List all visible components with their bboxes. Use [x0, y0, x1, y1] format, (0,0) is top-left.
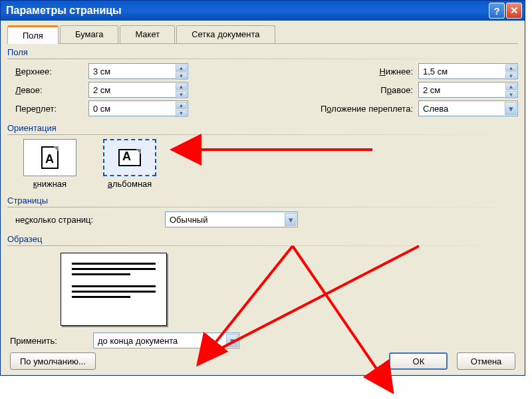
- right-margin-label: Правое:: [292, 85, 418, 95]
- spinner-buttons[interactable]: ▲▼: [176, 65, 187, 78]
- right-margin-input[interactable]: 2 см ▲▼: [418, 82, 518, 98]
- tab-grid[interactable]: Сетка документа: [176, 25, 275, 43]
- multi-pages-select[interactable]: Обычный ▾: [165, 211, 298, 227]
- tab-layout[interactable]: Макет: [120, 25, 175, 43]
- orientation-group: Ориентация A книжная A альбомная: [7, 123, 518, 189]
- defaults-button[interactable]: По умолчанию...: [10, 352, 96, 370]
- landscape-icon: A: [103, 139, 156, 176]
- gutter-label: Переплет:: [15, 104, 88, 114]
- orientation-group-label: Ориентация: [7, 123, 518, 134]
- landscape-label: альбомная: [108, 179, 152, 189]
- divider: [7, 59, 518, 59]
- chevron-down-icon[interactable]: ▾: [226, 334, 238, 347]
- apply-select[interactable]: до конца документа ▾: [93, 332, 239, 348]
- divider: [7, 245, 518, 246]
- multi-pages-value: Обычный: [170, 215, 207, 225]
- top-margin-value: 3 см: [93, 66, 110, 76]
- bottom-margin-label: Нижнее:: [292, 66, 418, 76]
- titlebar: Параметры страницы ? ✕: [1, 1, 525, 21]
- chevron-down-icon[interactable]: ▾: [285, 213, 297, 226]
- spinner-buttons[interactable]: ▲▼: [505, 65, 517, 78]
- gutter-value: 0 см: [93, 104, 110, 114]
- close-button[interactable]: ✕: [506, 3, 522, 19]
- portrait-icon: A: [23, 139, 76, 176]
- apply-label: Применить:: [10, 336, 93, 346]
- left-margin-input[interactable]: 2 см ▲▼: [88, 82, 188, 98]
- gutter-pos-select[interactable]: Слева ▾: [418, 100, 518, 116]
- multi-pages-label: несколько страниц:: [15, 215, 165, 225]
- apply-value: до конца документа: [98, 336, 178, 346]
- margins-group-label: Поля: [7, 47, 518, 59]
- tab-paper[interactable]: Бумага: [60, 25, 118, 43]
- dialog-footer: По умолчанию... ОК Отмена: [7, 352, 518, 370]
- page-setup-dialog: Параметры страницы ? ✕ Поля Бумага Макет…: [0, 0, 525, 376]
- left-margin-value: 2 см: [93, 85, 110, 95]
- gutter-pos-value: Слева: [423, 104, 448, 114]
- help-button[interactable]: ?: [489, 3, 505, 19]
- right-margin-value: 2 см: [423, 85, 440, 95]
- spinner-buttons[interactable]: ▲▼: [176, 83, 187, 96]
- preview-group: Образец: [7, 234, 518, 326]
- spinner-buttons[interactable]: ▲▼: [505, 83, 517, 96]
- divider: [7, 207, 518, 207]
- preview-page-icon: [61, 253, 167, 326]
- gutter-pos-label: Положение переплета:: [292, 104, 418, 114]
- orientation-landscape[interactable]: A альбомная: [103, 139, 156, 189]
- pages-group: Страницы несколько страниц: Обычный ▾: [7, 196, 518, 227]
- chevron-down-icon[interactable]: ▾: [505, 102, 517, 115]
- portrait-label: книжная: [33, 179, 66, 189]
- bottom-margin-input[interactable]: 1,5 см ▲▼: [418, 63, 518, 79]
- orientation-portrait[interactable]: A книжная: [23, 139, 76, 189]
- divider: [7, 134, 518, 135]
- dialog-body: Поля Бумага Макет Сетка документа Поля В…: [1, 21, 525, 375]
- cancel-button[interactable]: Отмена: [457, 352, 515, 370]
- top-margin-input[interactable]: 3 см ▲▼: [88, 63, 188, 79]
- tab-fields[interactable]: Поля: [7, 25, 59, 44]
- ok-button[interactable]: ОК: [389, 352, 448, 370]
- margins-group: Поля Верхнее: 3 см ▲▼ Нижнее: 1,5 см ▲▼: [7, 47, 518, 116]
- top-margin-label: Верхнее:: [15, 66, 88, 76]
- spinner-buttons[interactable]: ▲▼: [176, 102, 187, 115]
- bottom-margin-value: 1,5 см: [423, 66, 448, 76]
- pages-group-label: Страницы: [7, 196, 518, 207]
- preview-group-label: Образец: [7, 234, 518, 245]
- tab-strip: Поля Бумага Макет Сетка документа: [7, 25, 518, 44]
- gutter-input[interactable]: 0 см ▲▼: [88, 100, 188, 116]
- titlebar-text: Параметры страницы: [6, 5, 487, 17]
- left-margin-label: Левое:: [15, 85, 88, 95]
